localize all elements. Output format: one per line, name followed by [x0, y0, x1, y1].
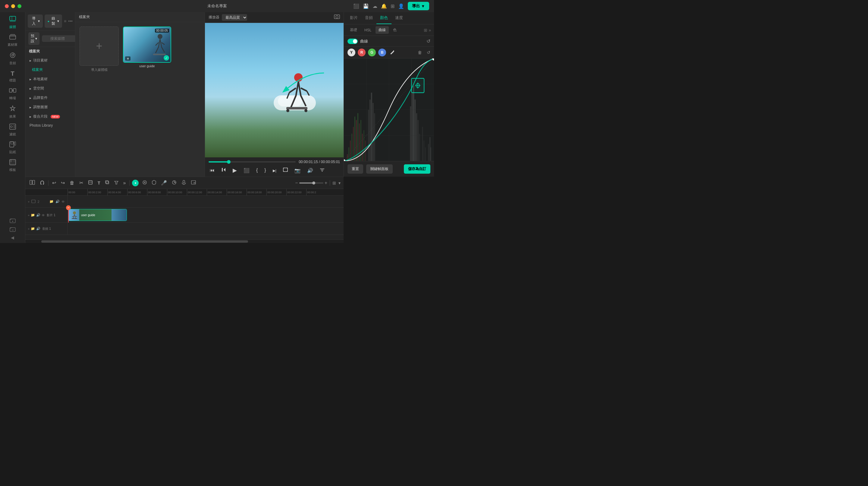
- curve-reset-icon[interactable]: ↺: [427, 38, 430, 44]
- copy-button[interactable]: [104, 180, 111, 186]
- sidebar-tab-filter[interactable]: 濾鏡: [2, 121, 23, 139]
- voice-button[interactable]: [180, 179, 187, 187]
- tree-item-project[interactable]: ▸ 項目素材: [25, 56, 75, 65]
- maximize-button[interactable]: [18, 4, 22, 8]
- text-button[interactable]: T: [96, 180, 101, 186]
- mark-out-button[interactable]: }: [263, 167, 267, 174]
- grid-view-icon[interactable]: ⊞: [333, 181, 336, 185]
- preset-button[interactable]: 預設 ▾: [28, 32, 39, 45]
- paint-button[interactable]: [113, 179, 120, 187]
- timeline-scrollbar[interactable]: [25, 239, 344, 243]
- mark-in-button[interactable]: {: [255, 167, 259, 174]
- add-track-button[interactable]: [28, 179, 36, 187]
- export-button[interactable]: 導出 ▼: [408, 2, 429, 10]
- remove-folder-button[interactable]: [10, 226, 16, 233]
- trash-icon[interactable]: 🗑: [418, 50, 422, 55]
- tab-audio[interactable]: 音頻: [361, 12, 376, 24]
- speed-button[interactable]: [170, 179, 178, 187]
- zoom-plus-button[interactable]: +: [324, 180, 327, 186]
- magnet-button[interactable]: [38, 179, 46, 187]
- import-button[interactable]: 導入 ▾: [28, 14, 43, 28]
- pip-button[interactable]: [190, 180, 197, 186]
- zoom-minus-button[interactable]: −: [295, 180, 298, 186]
- track-2-eye-icon[interactable]: 👁: [61, 200, 65, 204]
- user-icon[interactable]: 👤: [398, 3, 404, 9]
- sidebar-tab-audio[interactable]: 音頻: [2, 50, 23, 68]
- save-custom-button[interactable]: 儲存為自訂: [404, 164, 430, 174]
- grid-icon[interactable]: ⊞: [391, 3, 395, 9]
- sidebar-tab-assets[interactable]: 素材庫: [2, 32, 23, 50]
- zoom-bar[interactable]: [299, 182, 323, 184]
- subtab-color[interactable]: 色: [390, 26, 400, 34]
- channel-reset-icon[interactable]: ↺: [427, 50, 430, 55]
- volume-button[interactable]: 🔊: [306, 167, 314, 174]
- channel-blue-button[interactable]: B: [378, 49, 386, 56]
- step-back-button[interactable]: [220, 167, 227, 174]
- quality-select[interactable]: 最高品質: [222, 14, 247, 21]
- subtab-hsl[interactable]: HSL: [361, 27, 374, 33]
- shield-button[interactable]: [151, 179, 157, 187]
- redo-button[interactable]: ↪: [60, 179, 66, 186]
- screenshot-ctrl-button[interactable]: 📷: [293, 167, 302, 174]
- sidebar-tab-title[interactable]: T 標題: [2, 68, 23, 85]
- add-video1-icon[interactable]: +: [28, 213, 30, 217]
- tab-speed[interactable]: 速度: [392, 12, 407, 24]
- save-icon[interactable]: 💾: [363, 3, 369, 9]
- tab-video[interactable]: 影片: [346, 12, 361, 24]
- tree-item-brand[interactable]: ▸ 品牌套件: [25, 93, 75, 102]
- collapse-sidebar-button[interactable]: ◀: [11, 235, 14, 240]
- curve-toggle[interactable]: [347, 39, 358, 44]
- insert-button[interactable]: ▶|: [272, 167, 278, 174]
- record-button[interactable]: ● 錄製 ▾: [44, 14, 62, 28]
- add-video-track-icon[interactable]: +: [28, 200, 30, 204]
- track-video1-folder-icon[interactable]: 📁: [31, 213, 35, 217]
- track-2-vol-icon[interactable]: 🔊: [56, 200, 60, 204]
- snap-button[interactable]: ●: [132, 180, 138, 186]
- track-audio1-vol-icon[interactable]: 🔊: [36, 227, 40, 231]
- monitor-icon[interactable]: ⬛: [353, 3, 359, 9]
- undo-button[interactable]: ↩: [51, 179, 57, 186]
- add-audio1-icon[interactable]: +: [28, 227, 30, 231]
- keyframe-button[interactable]: 關鍵幀面板: [366, 164, 393, 174]
- cut-button[interactable]: ✂: [78, 179, 84, 186]
- video-clip[interactable]: user guide: [68, 209, 127, 221]
- channel-green-button[interactable]: G: [368, 49, 376, 56]
- import-placeholder[interactable]: +: [80, 27, 119, 66]
- add-folder-button[interactable]: [10, 218, 16, 224]
- filter-settings-icon[interactable]: ≡: [64, 19, 66, 24]
- play-button[interactable]: ▶: [231, 166, 238, 174]
- track-audio1-folder-icon[interactable]: 📁: [31, 227, 35, 231]
- tree-item-adjust[interactable]: ▸ 調整圖層: [25, 102, 75, 112]
- channel-red-button[interactable]: R: [358, 49, 366, 56]
- crop-button[interactable]: [87, 179, 94, 187]
- tree-item-cloud[interactable]: ▸ 雲空間: [25, 84, 75, 93]
- delete-button[interactable]: 🗑: [68, 180, 76, 186]
- skip-back-button[interactable]: ⏮: [209, 167, 216, 174]
- bell-icon[interactable]: 🔔: [381, 3, 387, 9]
- more-tl-button[interactable]: »: [122, 180, 127, 186]
- fullscreen-button[interactable]: [282, 167, 289, 174]
- track-video1-eye-icon[interactable]: 👁: [41, 213, 45, 217]
- track-video1-vol-icon[interactable]: 🔊: [36, 213, 40, 217]
- close-button[interactable]: [5, 4, 9, 8]
- subtab-curve[interactable]: 曲線: [375, 26, 389, 34]
- sidebar-tab-media[interactable]: 媒體: [2, 13, 23, 32]
- screenshot-icon[interactable]: [334, 14, 340, 21]
- mic-button[interactable]: 🎤: [160, 179, 168, 186]
- tree-item-compound[interactable]: ▸ 復合片段 NEW: [25, 112, 75, 121]
- channel-white-button[interactable]: Y: [347, 49, 355, 56]
- minimize-button[interactable]: [11, 4, 15, 8]
- more-options-icon[interactable]: •••: [68, 19, 73, 24]
- panel-expand-icon[interactable]: »: [429, 28, 431, 33]
- media-thumb-userguide[interactable]: 00:00:05 ✓ ⊞: [123, 27, 171, 63]
- panel-split-icon[interactable]: ⊞: [424, 28, 427, 33]
- progress-bar[interactable]: [209, 161, 296, 162]
- tab-color[interactable]: 顏色: [376, 12, 392, 24]
- sidebar-tab-transition[interactable]: 轉場: [2, 85, 23, 103]
- sidebar-tab-stickers[interactable]: 貼紙: [2, 139, 23, 157]
- sidebar-tab-effects[interactable]: 效果: [2, 103, 23, 121]
- tree-item-folder[interactable]: 檔案夾: [25, 65, 75, 74]
- track-2-folder-icon[interactable]: 📁: [50, 200, 54, 204]
- search-input[interactable]: [42, 35, 75, 42]
- tree-item-local[interactable]: ▸ 本地素材: [25, 74, 75, 84]
